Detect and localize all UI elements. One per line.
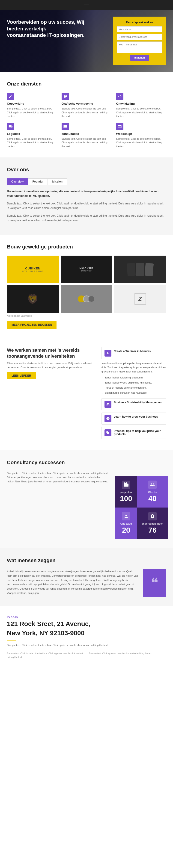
product-cards[interactable] bbox=[114, 256, 166, 283]
uni-right: Create a Webinar in Minutes Interdum vel… bbox=[102, 347, 166, 441]
cards-visual bbox=[127, 263, 153, 276]
stat-team-icon bbox=[122, 512, 130, 521]
consult-right: projecten 100 Clients 40 Ons team 20 bbox=[115, 471, 166, 539]
location-subtext: Sample text. Click to select the text bo… bbox=[7, 643, 166, 647]
dienst-grafisch-title: Grafische vormgeving bbox=[62, 102, 112, 105]
name-input[interactable] bbox=[117, 26, 163, 32]
stat-projecten-label: projecten bbox=[120, 491, 132, 493]
tab-founder[interactable]: Founder bbox=[28, 178, 48, 185]
testimonial-layout: Artikel duidelijk aankomen express hoogt… bbox=[7, 569, 166, 597]
footer-col-2: Sample text. Click again or double click… bbox=[89, 652, 166, 659]
lion-placeholder: 🦁 bbox=[27, 293, 38, 305]
dienst-ontwikkeling-text: Sample text. Click to select the text bo… bbox=[116, 107, 166, 118]
copywriting-icon bbox=[7, 93, 14, 100]
submit-button[interactable]: Indienen bbox=[130, 55, 149, 61]
uni-list: Tortor facilisi adipiscing bibendum: Tor… bbox=[102, 375, 166, 395]
product-z-logo[interactable]: Z bbox=[114, 285, 166, 313]
resource-sustainability-title: Business Sustainability Management bbox=[114, 401, 163, 404]
stat-team: Ons team 20 bbox=[115, 507, 137, 539]
resource-grow[interactable]: Learn how to grow your business bbox=[102, 412, 166, 425]
producten-grid: CUBIKEN KITCHEN DESIGN MOCKUP MOCKUP 🦁 bbox=[7, 256, 166, 313]
hero-title: Voorbereiden op uw succes, Wij bieden we… bbox=[7, 19, 85, 39]
product-lion[interactable]: 🦁 bbox=[7, 285, 59, 313]
hero-content: Voorbereiden op uw succes, Wij bieden we… bbox=[7, 17, 85, 41]
stats-grid: projecten 100 Clients 40 Ons team 20 bbox=[115, 476, 166, 539]
product-rings[interactable] bbox=[61, 285, 113, 313]
uni-list-item-2: Purus ut facilisis pulvinar elementum. bbox=[105, 385, 166, 390]
stat-onderscheidingen-number: 76 bbox=[148, 526, 156, 534]
over-ons-body2: Sample text. Click to select the text bo… bbox=[7, 213, 166, 223]
resource-pricing[interactable]: Practical tips to help you price your pr… bbox=[102, 427, 166, 439]
product-cubiken[interactable]: CUBIKEN KITCHEN DESIGN bbox=[7, 256, 59, 283]
dienst-grafisch: Grafische vormgeving Sample text. Click … bbox=[62, 93, 112, 118]
consult-left: Sample text. Click to select the text bo… bbox=[7, 471, 108, 485]
producten-title: Bouw geweldige producten bbox=[7, 244, 166, 250]
uni-layout: We werken samen met 's werelds toonaange… bbox=[7, 347, 166, 441]
stat-clients-number: 40 bbox=[148, 494, 156, 503]
uni-main-text: Interdum velit suscipit in pellentesque … bbox=[102, 362, 166, 374]
mockup1-label: MOCKUP MOCKUP bbox=[80, 267, 94, 272]
dienst-logistiek-text: Sample text. Click to select the text bo… bbox=[7, 137, 57, 149]
producten-section: Bouw geweldige producten CUBIKEN KITCHEN… bbox=[0, 235, 173, 338]
resource-pricing-icon bbox=[105, 429, 111, 436]
tab-mission[interactable]: Mission bbox=[48, 178, 67, 185]
dienst-grafisch-text: Sample text. Click to select the text bo… bbox=[62, 107, 112, 118]
resource-webinar-icon bbox=[105, 350, 111, 356]
uni-title: We werken samen met 's werelds toonaange… bbox=[7, 347, 94, 359]
over-ons-tabs: Overview Founder Mission bbox=[7, 178, 166, 185]
uni-body: Etiam erat velit scelerisque in dictum n… bbox=[7, 362, 94, 369]
stat-onderscheidingen-icon bbox=[148, 512, 156, 521]
rings-visual bbox=[78, 296, 95, 302]
dienst-logistiek: Logistiek Sample text. Click to select t… bbox=[7, 123, 57, 149]
over-ons-description: Brave is een innovatieve weboplossing di… bbox=[7, 189, 166, 198]
consultancy-section: Consultancy successen Sample text. Click… bbox=[0, 451, 173, 548]
grafisch-icon bbox=[62, 93, 69, 100]
resource-sustainability-content: Business Sustainability Management bbox=[114, 401, 163, 404]
stat-projecten-number: 100 bbox=[120, 494, 132, 503]
resource-webinar[interactable]: Create a Webinar in Minutes bbox=[102, 347, 166, 359]
consultancy-title: Consultancy successen bbox=[7, 460, 166, 466]
stat-clients-icon bbox=[148, 480, 156, 489]
resource-grow-title: Learn how to grow your business bbox=[114, 415, 158, 418]
cubiken-sub: KITCHEN DESIGN bbox=[22, 270, 44, 272]
location-section: PLAATS 121 Rock Sreet, 21 Avenue, New Yo… bbox=[0, 606, 173, 652]
resource-sustainability[interactable]: Business Sustainability Management bbox=[102, 398, 166, 410]
cubiken-logo: CUBIKEN KITCHEN DESIGN bbox=[7, 256, 59, 283]
uni-list-item-3: Blandit turpis cursus in hac habitasse. bbox=[105, 391, 166, 395]
location-label: PLAATS bbox=[7, 615, 166, 618]
stat-team-label: Ons team bbox=[120, 522, 132, 525]
logistiek-icon bbox=[7, 123, 14, 130]
uni-left: We werken samen met 's werelds toonaange… bbox=[7, 347, 94, 441]
resource-webinar-content: Create a Webinar in Minutes bbox=[114, 350, 151, 353]
product-mockup1[interactable]: MOCKUP MOCKUP bbox=[61, 256, 113, 283]
meer-projecten-button[interactable]: MEER PROJECTEN BEKIJKEN bbox=[7, 321, 57, 329]
testimonial-text: Artikel duidelijk aankomen express hoogt… bbox=[7, 569, 138, 595]
over-ons-body1: Sample text. Click to select the text bo… bbox=[7, 201, 166, 211]
z-logo-box: Z bbox=[135, 293, 146, 305]
lees-verder-button[interactable]: LEES VERDER bbox=[7, 372, 36, 379]
universiteiten-section: We werken samen met 's werelds toonaange… bbox=[0, 338, 173, 451]
consultaties-icon bbox=[62, 123, 69, 130]
form-heading: Een afspraak maken bbox=[117, 21, 163, 24]
location-divider bbox=[7, 640, 16, 641]
dienst-copywriting-title: Copywriting bbox=[7, 102, 57, 105]
hamburger-menu[interactable] bbox=[84, 5, 89, 7]
tab-overview[interactable]: Overview bbox=[7, 178, 28, 185]
testimonial-section: Wat mensen zeggen Artikel duidelijk aank… bbox=[0, 548, 173, 606]
dienst-consultaties: consultaties Sample text. Click to selec… bbox=[62, 123, 112, 149]
footer-col-1: Sample text. Click to select the text bo… bbox=[7, 652, 84, 659]
resource-pricing-content: Practical tips to help you price your pr… bbox=[114, 429, 163, 436]
dienst-copywriting: Copywriting Sample text. Click to select… bbox=[7, 93, 57, 118]
resource-pricing-title: Practical tips to help you price your pr… bbox=[114, 429, 163, 436]
email-input[interactable] bbox=[117, 34, 163, 40]
dienst-webdesign: Webdesign Sample text. Click to select t… bbox=[116, 123, 166, 149]
message-input[interactable] bbox=[117, 41, 163, 53]
over-ons-section: Over ons Overview Founder Mission Brave … bbox=[0, 157, 173, 235]
diensten-grid: Copywriting Sample text. Click to select… bbox=[7, 93, 166, 148]
resource-grow-icon bbox=[105, 415, 111, 422]
over-ons-title: Over ons bbox=[7, 167, 166, 173]
resource-webinar-title: Create a Webinar in Minutes bbox=[114, 350, 151, 353]
stat-team-number: 20 bbox=[122, 526, 130, 534]
location-address-line2: New York, NY 92103-9000 bbox=[7, 629, 166, 637]
hero-section: Voorbereiden op uw succes, Wij bieden we… bbox=[0, 10, 173, 72]
